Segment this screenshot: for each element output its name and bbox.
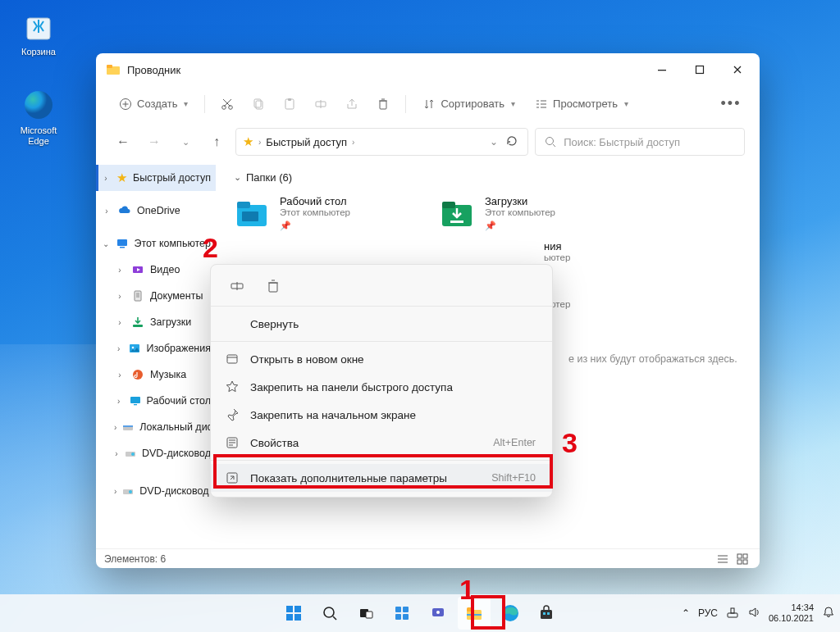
start-button[interactable] <box>277 597 310 630</box>
sidebar-item-desktop[interactable]: ›Рабочий стол <box>96 388 216 414</box>
chevron-down-icon: ⌄ <box>234 172 241 183</box>
chevron-right-icon[interactable]: › <box>114 292 126 301</box>
sidebar-item-onedrive[interactable]: › OneDrive <box>96 198 216 224</box>
sidebar-item-documents[interactable]: ›Документы <box>96 283 216 309</box>
folder-subtitle: Этот компьютер <box>280 207 350 217</box>
ctx-properties[interactable]: Свойства Alt+Enter <box>211 429 552 457</box>
sidebar-item-video[interactable]: ›Видео <box>96 257 216 283</box>
taskbar: ⌃ РУС 14:34 06.10.2021 <box>0 594 840 632</box>
sidebar-item-dvd-2[interactable]: ›DVD-дисковод (I <box>96 478 216 504</box>
nav-up-button[interactable]: ↑ <box>204 130 229 154</box>
refresh-button[interactable] <box>503 134 521 150</box>
folder-item-desktop[interactable]: Рабочий стол Этот компьютер 📌 <box>229 190 418 236</box>
view-button[interactable]: Просмотреть ▾ <box>527 90 637 118</box>
share-button[interactable] <box>338 90 366 118</box>
desktop-icon-label: Корзина <box>10 47 67 57</box>
details-view-button[interactable] <box>714 552 732 566</box>
ctx-pin-start[interactable]: Закрепить на начальном экране <box>211 401 552 429</box>
breadcrumb-item[interactable]: Быстрый доступ <box>266 136 347 148</box>
volume-icon[interactable] <box>747 606 760 621</box>
svg-rect-33 <box>237 202 250 208</box>
sidebar-item-label: Документы <box>150 290 203 302</box>
desktop-icon-recycle-bin[interactable]: Корзина <box>10 8 67 57</box>
titlebar[interactable]: Проводник <box>96 53 760 86</box>
chevron-right-icon[interactable]: › <box>114 487 116 496</box>
sidebar-item-pictures[interactable]: ›Изображения <box>96 335 216 361</box>
maximize-button[interactable] <box>681 53 719 86</box>
more-button[interactable]: ••• <box>717 90 745 118</box>
folder-name: Рабочий стол <box>280 195 350 207</box>
chevron-right-icon[interactable]: › <box>114 318 126 327</box>
copy-button[interactable] <box>244 90 272 118</box>
svg-point-23 <box>133 370 143 380</box>
chevron-right-icon[interactable]: › <box>114 423 116 432</box>
sidebar-item-local-disk[interactable]: ›Локальный диск <box>96 414 216 440</box>
sort-button[interactable]: Сортировать ▾ <box>414 90 523 118</box>
language-label: РУС <box>698 607 718 619</box>
paste-button[interactable] <box>276 90 304 118</box>
nav-back-button[interactable]: ← <box>111 130 135 154</box>
ctx-label: Свернуть <box>250 318 299 330</box>
svg-rect-57 <box>403 614 409 620</box>
clock[interactable]: 14:34 06.10.2021 <box>769 602 814 623</box>
desktop-icon-edge[interactable]: Microsoft Edge <box>10 87 67 147</box>
close-button[interactable] <box>719 53 756 86</box>
chevron-right-icon[interactable]: › <box>114 397 124 406</box>
svg-rect-27 <box>123 425 133 427</box>
ctx-rename-button[interactable] <box>224 273 250 299</box>
svg-rect-36 <box>442 202 455 208</box>
section-header-folders[interactable]: ⌄ Папки (6) <box>234 171 746 184</box>
chevron-right-icon[interactable]: › <box>114 449 119 458</box>
search-input[interactable]: Поиск: Быстрый доступ <box>535 128 745 156</box>
chevron-right-icon[interactable]: › <box>101 207 112 216</box>
ctx-open-new-window[interactable]: Открыть в новом окне <box>211 345 552 373</box>
task-view-button[interactable] <box>349 597 382 630</box>
chevron-right-icon[interactable]: › <box>101 174 111 183</box>
svg-rect-65 <box>543 612 546 615</box>
cut-button[interactable] <box>213 90 241 118</box>
svg-rect-64 <box>541 610 552 619</box>
chat-button[interactable] <box>422 597 454 630</box>
new-button[interactable]: Создать ▾ <box>111 90 196 118</box>
chevron-down-icon[interactable]: ⌄ <box>490 136 498 148</box>
language-indicator[interactable]: РУС <box>698 607 718 619</box>
sidebar-item-quick-access[interactable]: › ★ Быстрый доступ <box>96 165 216 191</box>
network-icon[interactable] <box>726 606 739 621</box>
store-button[interactable] <box>530 597 563 630</box>
sidebar-item-this-pc[interactable]: ⌄ Этот компьютер <box>96 230 216 257</box>
svg-rect-17 <box>120 247 125 248</box>
ctx-pin-quick-access[interactable]: Закрепить на панели быстрого доступа <box>211 373 552 401</box>
minimize-button[interactable] <box>643 53 681 86</box>
sidebar-item-music[interactable]: ›Музыка <box>96 361 216 388</box>
annotation-number-3: 3 <box>562 427 578 459</box>
nav-forward-button[interactable]: → <box>142 130 167 154</box>
new-window-icon <box>224 351 240 367</box>
ctx-show-more-options[interactable]: Показать дополнительные параметры Shift+… <box>211 464 552 492</box>
tray-chevron-up-icon[interactable]: ⌃ <box>682 607 690 619</box>
ctx-delete-button[interactable] <box>260 273 286 299</box>
rename-button[interactable] <box>307 90 335 118</box>
chevron-right-icon[interactable]: › <box>114 344 123 353</box>
chevron-right-icon[interactable]: › <box>114 371 126 380</box>
task-view-icon <box>358 605 374 621</box>
chevron-right-icon[interactable]: › <box>114 266 126 275</box>
delete-button[interactable] <box>369 90 397 118</box>
breadcrumb[interactable]: ★ › Быстрый доступ › ⌄ <box>235 128 528 156</box>
svg-rect-61 <box>467 607 474 612</box>
widgets-button[interactable] <box>386 597 418 630</box>
svg-rect-47 <box>286 606 293 612</box>
svg-rect-55 <box>403 607 409 612</box>
sidebar-item-dvd[interactable]: ›DVD-дисковод <box>96 440 216 466</box>
nav-recent-button[interactable]: ⌄ <box>173 130 198 154</box>
folder-item-downloads[interactable]: Загрузки Этот компьютер 📌 <box>434 190 623 236</box>
icons-view-button[interactable] <box>733 552 751 566</box>
ctx-collapse[interactable]: Свернуть <box>211 310 552 338</box>
edge-taskbar-button[interactable] <box>494 597 527 630</box>
notifications-button[interactable] <box>822 606 835 621</box>
chevron-down-icon[interactable]: ⌄ <box>101 239 111 248</box>
sidebar-item-downloads[interactable]: ›Загрузки <box>96 309 216 335</box>
taskbar-search-button[interactable] <box>313 597 346 630</box>
svg-point-59 <box>436 611 440 614</box>
chevron-right-icon: › <box>352 138 354 147</box>
folder-downloads-icon <box>439 195 475 231</box>
